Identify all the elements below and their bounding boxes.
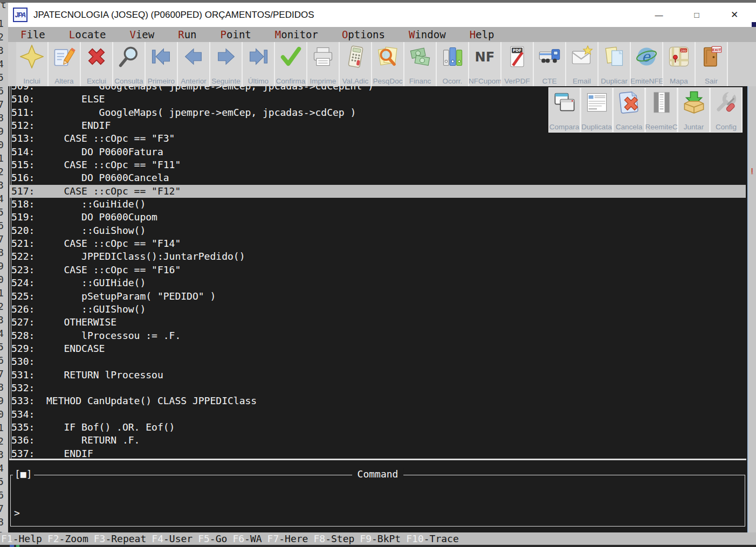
background-line-number-fragment: 3 <box>0 314 4 326</box>
background-line-number-fragment: 1 <box>0 287 4 299</box>
screen-bottom-edge <box>0 545 756 547</box>
background-line-number-fragment: 2 <box>0 301 4 312</box>
menu-item-point[interactable]: Point <box>221 29 251 40</box>
background-line-number-fragment: 7 <box>0 503 4 514</box>
toolbar-button-config[interactable]: Config <box>710 87 743 133</box>
toolbar-button-confirma[interactable]: Confirma <box>275 42 307 86</box>
function-key-f10[interactable]: F10-Trace <box>406 533 459 544</box>
code-line: 522: JPPEDIClass():JuntarPedido() <box>11 250 746 263</box>
menu-hotkey-letter: P <box>221 29 226 40</box>
close-button[interactable]: ✕ <box>716 3 753 27</box>
menu-item-locate[interactable]: Locate <box>69 29 106 40</box>
toolbar-button-primeiro[interactable]: Primeiro <box>146 42 178 86</box>
toolbar-button-valadic[interactable]: Val.Adic <box>340 42 372 86</box>
receipt-icon <box>650 88 673 116</box>
toolbar-button-sair[interactable]: EXITSair <box>696 42 728 86</box>
email-icon <box>570 42 594 71</box>
svg-text:NF: NF <box>475 50 495 65</box>
function-key-label: F1 <box>1 533 13 544</box>
background-line-number-fragment: 3 <box>0 449 4 460</box>
function-key-action: -BkPt <box>372 533 401 544</box>
menu-item-options[interactable]: Options <box>342 29 385 40</box>
function-key-f9[interactable]: F9-BkPt <box>360 533 401 544</box>
background-line-number-fragment: 8 <box>0 382 4 393</box>
toolbar-button-mapa[interactable]: 280Mapa <box>663 42 696 86</box>
menu-item-monitor[interactable]: Monitor <box>275 29 318 40</box>
cancel-doc-icon <box>617 88 641 116</box>
toolbar-button-cte[interactable]: CTE <box>534 42 566 86</box>
toolbar-button-reemitec[interactable]: ReemiteC <box>645 87 678 133</box>
toolbar-button-altera[interactable]: Altera <box>49 42 81 86</box>
menu-hotkey-letter: R <box>178 29 184 40</box>
menu-item-window[interactable]: Window <box>409 29 446 40</box>
binders-icon <box>441 42 464 71</box>
toolbar-button-exclui[interactable]: Exclui <box>81 42 113 86</box>
toolbar-button-seguinte[interactable]: Seguinte <box>210 42 243 86</box>
toolbar-button-financ[interactable]: Financ <box>404 42 437 86</box>
function-key-f2[interactable]: F2-Zoom <box>47 533 88 544</box>
toolbar-button-verpdf[interactable]: PDFVerPDF <box>501 42 534 86</box>
function-key-f3[interactable]: F3-Repeat <box>94 533 147 544</box>
title-bar: JPA JPATECNOLOGIA (JOSEQ) (P0600PED) ORÇ… <box>8 3 756 27</box>
toolbar-button-label: Duplicata <box>581 123 613 131</box>
code-line: 513: CASE ::cOpc == "F3" <box>11 132 746 145</box>
toolbar-button-label: Inclui <box>16 77 48 86</box>
background-line-number-fragment: 5 <box>0 206 4 218</box>
menu-hotkey-letter: L <box>69 29 75 40</box>
function-key-label: F2 <box>47 533 59 544</box>
function-key-f4[interactable]: F4-User <box>152 533 193 544</box>
toolbar-button-duplicata[interactable]: Duplicata <box>581 87 613 133</box>
toolbar-button-compara[interactable]: Compara <box>548 87 581 133</box>
toolbar-button-inclui[interactable]: Inclui <box>16 42 49 86</box>
command-panel[interactable]: [■] Command > <box>10 475 745 527</box>
function-key-f1[interactable]: F1-Help <box>1 533 42 544</box>
menu-item-run[interactable]: Run <box>178 29 196 40</box>
doc-search-icon <box>376 42 400 71</box>
code-line: 530: <box>11 355 746 368</box>
window-title: JPATECNOLOGIA (JOSEQ) (P0600PED) ORÇAMEN… <box>33 10 314 20</box>
toolbar-button-consulta[interactable]: Consulta <box>113 42 146 86</box>
function-key-action: -WA <box>244 533 262 544</box>
toolbar-button-label: Seguinte <box>210 77 242 86</box>
background-line-number-fragment: 2 <box>0 166 4 177</box>
menu-item-file[interactable]: File <box>20 29 45 40</box>
minimize-button[interactable]: — <box>640 3 678 27</box>
background-line-number-fragment: 2 <box>0 435 4 447</box>
menu-item-help[interactable]: Help <box>470 29 494 40</box>
background-line-number-fragment: 4 <box>0 58 4 70</box>
command-prompt[interactable]: > <box>14 507 20 518</box>
toolbar-button-imprime[interactable]: Imprime <box>307 42 340 86</box>
toolbar-button-ocorr[interactable]: Ocorr. <box>437 42 469 86</box>
toolbar-button-duplicar[interactable]: Duplicar <box>599 42 631 86</box>
toolbar-button-juntar[interactable]: Juntar <box>678 87 710 133</box>
menu-hotkey-letter: F <box>20 29 26 40</box>
function-key-f7[interactable]: F7-Here <box>267 533 308 544</box>
background-line-number-fragment: 1 <box>0 153 4 164</box>
toolbar-button-label: Exclui <box>80 77 113 86</box>
code-line: 528: lProcessou := .F. <box>11 329 746 342</box>
toolbar-button-label: Cancela <box>613 123 645 131</box>
background-line-number-fragment: 4 <box>0 193 4 204</box>
toolbar-button-nfcupom[interactable]: NFNFCupom <box>469 42 501 86</box>
function-key-f6[interactable]: F6-WA <box>232 533 262 544</box>
menu-item-view[interactable]: View <box>129 29 154 40</box>
function-key-action: -User <box>163 533 193 544</box>
toolbar-button-label: Sair <box>695 77 727 86</box>
truck-icon <box>538 42 561 71</box>
globe-icon: e <box>635 42 658 71</box>
command-close-box[interactable]: [■] <box>13 468 34 480</box>
toolbar-button-ltimo[interactable]: Último <box>243 42 275 86</box>
toolbar-button-label: VerPDF <box>501 77 533 86</box>
maximize-button[interactable]: □ <box>678 3 716 27</box>
toolbar-button-emitenfe[interactable]: eEmiteNFE <box>631 42 663 86</box>
toolbar-button-pesqdoc[interactable]: PesqDoc <box>372 42 404 86</box>
function-key-f5[interactable]: F5-Go <box>198 533 227 544</box>
toolbar-button-anterior[interactable]: Anterior <box>178 42 210 86</box>
toolbar-button-cancela[interactable]: Cancela <box>613 87 645 133</box>
toolbar-button-email[interactable]: Email <box>566 42 599 86</box>
function-key-f8[interactable]: F8-Step <box>313 533 354 544</box>
code-line: 532: <box>11 382 746 394</box>
code-line: 516: DO P0600Cancela <box>11 171 746 184</box>
toolbar-button-label: Consulta <box>113 77 145 86</box>
code-line: 518: ::GuiHide() <box>11 198 746 211</box>
